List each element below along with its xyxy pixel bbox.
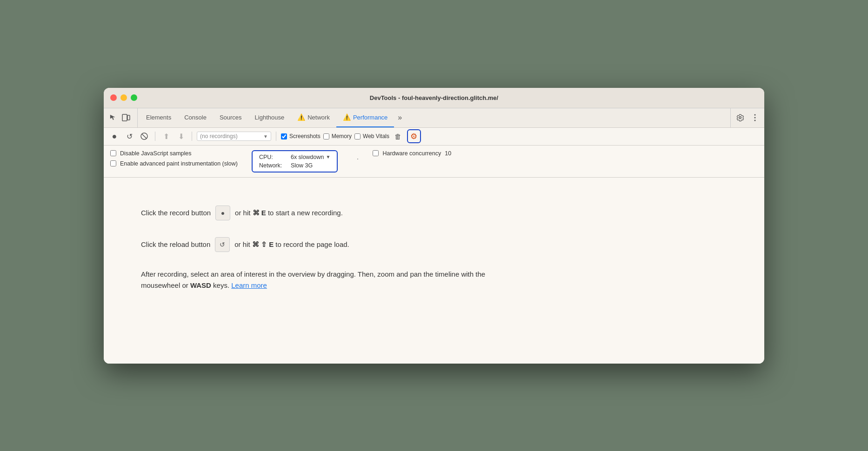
traffic-lights	[110, 94, 137, 101]
settings-icon[interactable]	[734, 111, 747, 124]
main-content-area: Click the record button ● or hit ⌘ E to …	[104, 178, 764, 364]
more-tabs-button[interactable]: »	[394, 108, 406, 127]
disable-js-samples-label[interactable]: Disable JavaScript samples	[110, 150, 238, 157]
svg-point-4	[754, 120, 756, 121]
clear-button[interactable]	[138, 130, 150, 142]
svg-point-3	[754, 117, 756, 119]
enable-paint-label[interactable]: Enable advanced paint instrumentation (s…	[110, 160, 238, 167]
separator-2	[192, 132, 192, 141]
separator-3	[276, 132, 276, 141]
record-inline-icon: ●	[215, 206, 230, 220]
recordings-dropdown[interactable]: (no recordings) ▼	[197, 132, 271, 141]
settings-checkboxes: Disable JavaScript samples Enable advanc…	[110, 150, 238, 167]
record-hint-prefix: Click the record button	[141, 209, 211, 217]
tab-bar: Elements Console Sources Lighthouse ⚠️ N…	[104, 108, 764, 128]
memory-checkbox[interactable]	[323, 133, 329, 139]
devtools-icons	[107, 108, 138, 127]
tab-elements[interactable]: Elements	[140, 108, 178, 127]
record-hint-suffix: or hit ⌘ E to start a new recording.	[235, 209, 343, 217]
svg-point-2	[754, 114, 756, 116]
record-hint-row: Click the record button ● or hit ⌘ E to …	[141, 206, 343, 220]
dropdown-arrow-icon: ▼	[263, 134, 268, 139]
devtools-window: DevTools - foul-heavenly-direction.glitc…	[104, 88, 764, 364]
reload-hint-prefix: Click the reload button	[141, 240, 210, 248]
web-vitals-checkbox[interactable]	[354, 133, 361, 139]
svg-rect-0	[122, 114, 127, 121]
delete-recordings-button[interactable]: 🗑	[392, 130, 404, 142]
hardware-concurrency-checkbox[interactable]	[373, 150, 379, 156]
reload-inline-icon: ↺	[215, 237, 230, 252]
performance-toolbar: ● ↺ ⬆ ⬇ (no recordings) ▼ Screenshots Me…	[104, 128, 764, 146]
download-button[interactable]: ⬇	[175, 130, 187, 142]
web-vitals-checkbox-label[interactable]: Web Vitals	[354, 133, 389, 139]
reload-hint-suffix: or hit ⌘ ⇧ E to record the page load.	[234, 240, 349, 249]
title-bar: DevTools - foul-heavenly-direction.glitc…	[104, 88, 764, 108]
cpu-throttle-row: CPU: 6x slowdown ▼	[259, 154, 330, 160]
tabs-list: Elements Console Sources Lighthouse ⚠️ N…	[140, 108, 728, 127]
tab-console[interactable]: Console	[178, 108, 213, 127]
disable-js-samples-checkbox[interactable]	[110, 150, 116, 156]
inspect-icon[interactable]	[107, 111, 120, 124]
minimize-button[interactable]	[120, 94, 127, 101]
record-button[interactable]: ●	[108, 130, 120, 142]
cpu-throttle-dropdown[interactable]: 6x slowdown ▼	[291, 154, 330, 160]
more-options-icon[interactable]	[748, 111, 761, 124]
description-text: After recording, select an area of inter…	[141, 269, 494, 291]
separator-1	[155, 132, 155, 141]
upload-button[interactable]: ⬆	[160, 130, 172, 142]
network-warning-icon: ⚠️	[297, 113, 305, 121]
enable-paint-checkbox[interactable]	[110, 160, 116, 166]
capture-settings-panel: Disable JavaScript samples Enable advanc…	[104, 146, 764, 178]
close-button[interactable]	[110, 94, 117, 101]
tab-performance[interactable]: ⚠️ Performance	[336, 108, 394, 127]
memory-checkbox-label[interactable]: Memory	[323, 133, 352, 139]
tab-network[interactable]: ⚠️ Network	[291, 108, 336, 127]
throttle-settings-box: CPU: 6x slowdown ▼ Network: Slow 3G	[252, 150, 338, 172]
screenshots-checkbox[interactable]	[281, 133, 287, 139]
svg-line-6	[142, 134, 147, 139]
learn-more-link[interactable]: Learn more	[231, 281, 267, 289]
hardware-concurrency-section: Hardware concurrency 10	[373, 150, 451, 157]
tab-sources[interactable]: Sources	[213, 108, 248, 127]
window-title: DevTools - foul-heavenly-direction.glitc…	[370, 94, 498, 101]
reload-record-button[interactable]: ↺	[123, 130, 135, 142]
svg-rect-1	[127, 115, 130, 120]
capture-settings-button[interactable]: ⚙	[407, 129, 421, 143]
network-throttle-row: Network: Slow 3G	[259, 162, 330, 169]
reload-hint-row: Click the reload button ↺ or hit ⌘ ⇧ E t…	[141, 237, 349, 252]
tab-lighthouse[interactable]: Lighthouse	[248, 108, 291, 127]
separator-dot: ·	[356, 154, 359, 164]
cpu-dropdown-arrow-icon: ▼	[326, 154, 331, 159]
maximize-button[interactable]	[131, 94, 137, 101]
performance-warning-icon: ⚠️	[343, 113, 351, 121]
screenshots-checkbox-label[interactable]: Screenshots	[281, 133, 320, 139]
tab-bar-actions	[730, 108, 761, 127]
device-icon[interactable]	[120, 111, 133, 124]
